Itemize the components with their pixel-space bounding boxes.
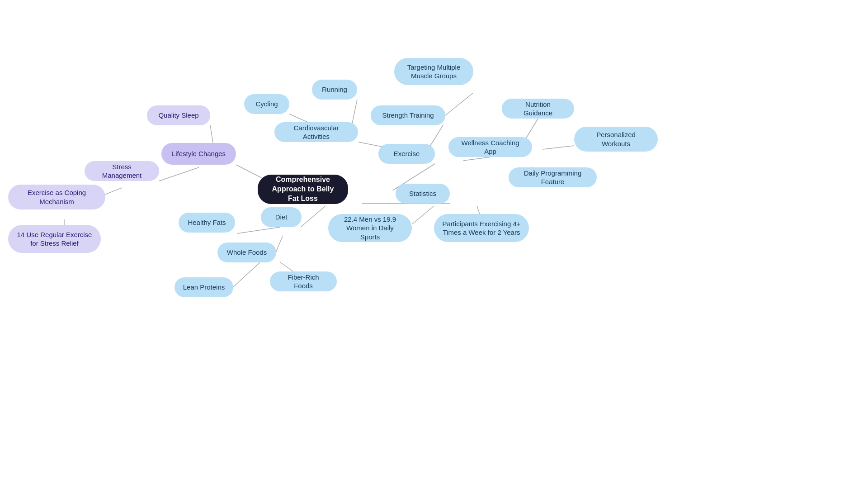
use-exercise-node: 14 Use Regular Exercise for Stress Relie… <box>8 225 101 253</box>
diet-node: Diet <box>261 207 302 227</box>
wellness-app-node: Wellness Coaching App <box>448 137 532 157</box>
exercise-coping-node: Exercise as Coping Mechanism <box>8 185 105 209</box>
statistics-node: Statistics <box>396 184 450 204</box>
personalized-workouts-node: Personalized Workouts <box>574 127 658 152</box>
participants-node: Participants Exercising 4+ Times a Week … <box>434 214 529 242</box>
quality-sleep-node: Quality Sleep <box>147 105 210 125</box>
strength-training-node: Strength Training <box>371 105 445 125</box>
targeting-node: Targeting Multiple Muscle Groups <box>394 58 473 85</box>
cardiovascular-node: Cardiovascular Activities <box>274 122 358 142</box>
center-node: Comprehensive Approach to Belly Fat Loss <box>258 175 348 204</box>
svg-line-15 <box>542 146 574 149</box>
exercise-node: Exercise <box>378 144 435 164</box>
lifestyle-changes-node: Lifestyle Changes <box>161 143 236 165</box>
svg-line-20 <box>276 236 283 252</box>
svg-line-2 <box>301 206 326 227</box>
svg-line-17 <box>412 206 434 224</box>
men-vs-women-node: 22.4 Men vs 19.9 Women in Daily Sports <box>328 214 412 242</box>
healthy-fats-node: Healthy Fats <box>179 213 235 233</box>
svg-line-5 <box>159 167 199 181</box>
svg-line-13 <box>463 157 491 161</box>
whole-foods-node: Whole Foods <box>217 243 276 262</box>
svg-line-12 <box>445 93 473 115</box>
cycling-node: Cycling <box>244 94 289 114</box>
running-node: Running <box>312 80 357 100</box>
daily-programming-node: Daily Programming Feature <box>509 167 597 187</box>
nutrition-guidance-node: Nutrition Guidance <box>502 99 574 119</box>
svg-line-19 <box>237 227 280 233</box>
svg-line-11 <box>429 125 443 147</box>
svg-line-21 <box>233 262 260 287</box>
stress-management-node: Stress Management <box>85 161 159 181</box>
fiber-rich-node: Fiber-Rich Foods <box>270 271 337 291</box>
lean-proteins-node: Lean Proteins <box>175 277 233 297</box>
